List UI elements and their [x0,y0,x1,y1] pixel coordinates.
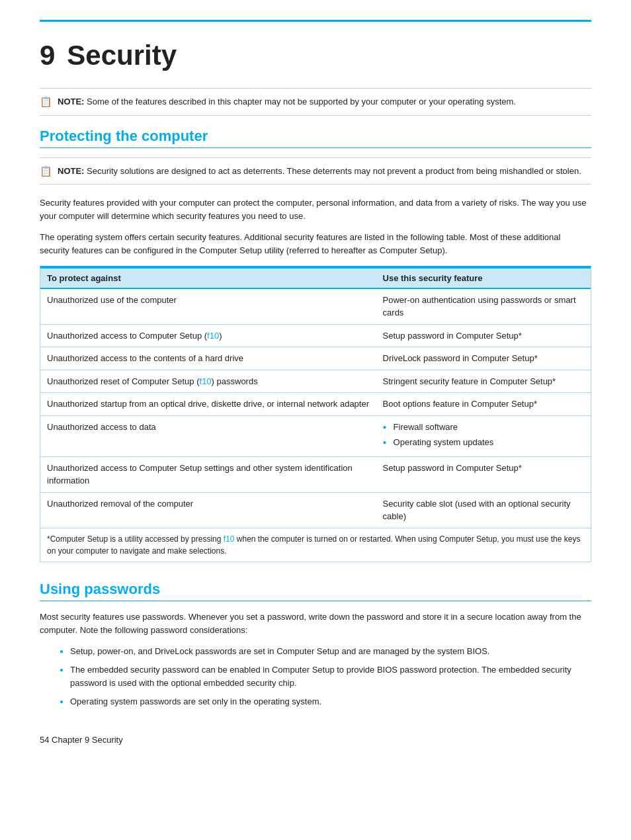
table-cell-feature: Setup password in Computer Setup* [376,324,591,347]
table-row: Unauthorized access to Computer Setup (f… [40,324,591,347]
main-note-text: Some of the features described in this c… [87,97,516,106]
security-table-wrapper: To protect against Use this security fea… [40,266,591,562]
table-row: Unauthorized access to the contents of a… [40,347,591,370]
table-cell-protect: Unauthorized use of the computer [40,288,376,325]
table-col1-header: To protect against [40,268,376,288]
table-bullet-item: Firewall software [383,421,584,434]
table-row: Unauthorized access to dataFirewall soft… [40,415,591,456]
top-rule [40,20,591,22]
bullet-item: The embedded security password can be en… [60,663,591,690]
note-icon: 📋 [40,96,52,108]
table-row: Unauthorized reset of Computer Setup (f1… [40,370,591,393]
table-cell-feature: Security cable slot (used with an option… [376,492,591,528]
section1-note-content: NOTE: Security solutions are designed to… [58,165,581,178]
table-cell-feature: Boot options feature in Computer Setup* [376,393,591,416]
table-cell-feature: Firewall softwareOperating system update… [376,415,591,456]
table-row: Unauthorized use of the computerPower-on… [40,288,591,325]
table-cell-protect: Unauthorized access to data [40,415,376,456]
chapter-title: Security [67,42,177,69]
main-note-box: 📋 NOTE: Some of the features described i… [40,88,591,116]
chapter-number: 9 [40,42,55,69]
chapter-heading: 9 Security [40,42,591,69]
footer-text: 54 Chapter 9 Security [40,735,123,745]
table-cell-protect: Unauthorized access to Computer Setup (f… [40,324,376,347]
table-link[interactable]: f10 [207,331,219,341]
footnote-link[interactable]: f10 [224,534,235,544]
table-row: Unauthorized removal of the computerSecu… [40,492,591,528]
table-cell-feature: DriveLock password in Computer Setup* [376,347,591,370]
bullet-item: Setup, power-on, and DriveLock passwords… [60,645,591,658]
main-note-content: NOTE: Some of the features described in … [58,95,516,108]
table-cell-protect: Unauthorized removal of the computer [40,492,376,528]
table-col2-header: Use this security feature [376,268,591,288]
table-footnote: *Computer Setup is a utility accessed by… [40,528,591,562]
table-cell-protect: Unauthorized startup from an optical dri… [40,393,376,416]
bullet-item: Operating system passwords are set only … [60,695,591,708]
table-bullet-item: Operating system updates [383,436,584,449]
section2-heading: Using passwords [40,581,591,601]
page-container: 9 Security 📋 NOTE: Some of the features … [0,0,631,771]
section2-bullet-list: Setup, power-on, and DriveLock passwords… [60,645,591,709]
page-footer: 54 Chapter 9 Security [40,735,591,745]
section1-note-text: Security solutions are designed to act a… [87,166,581,176]
section2-para1: Most security features use passwords. Wh… [40,610,591,637]
table-row: Unauthorized startup from an optical dri… [40,393,591,416]
table-cell-feature: Power-on authentication using passwords … [376,288,591,325]
section1-heading: Protecting the computer [40,128,591,148]
table-cell-feature: Setup password in Computer Setup* [376,456,591,492]
table-cell-protect: Unauthorized access to the contents of a… [40,347,376,370]
main-note-label: NOTE: [58,97,84,106]
section1-note-label: NOTE: [58,166,84,176]
table-header-row: To protect against Use this security fea… [40,268,591,288]
table-cell-protect: Unauthorized access to Computer Setup se… [40,456,376,492]
table-row: Unauthorized access to Computer Setup se… [40,456,591,492]
section1-note-box: 📋 NOTE: Security solutions are designed … [40,157,591,185]
section1-note-icon: 📋 [40,165,52,177]
table-cell-feature: Stringent security feature in Computer S… [376,370,591,393]
section1-para2: The operating system offers certain secu… [40,231,591,257]
table-cell-protect: Unauthorized reset of Computer Setup (f1… [40,370,376,393]
security-table: To protect against Use this security fea… [40,267,591,528]
section1-para1: Security features provided with your com… [40,196,591,223]
table-link[interactable]: f10 [200,376,212,386]
